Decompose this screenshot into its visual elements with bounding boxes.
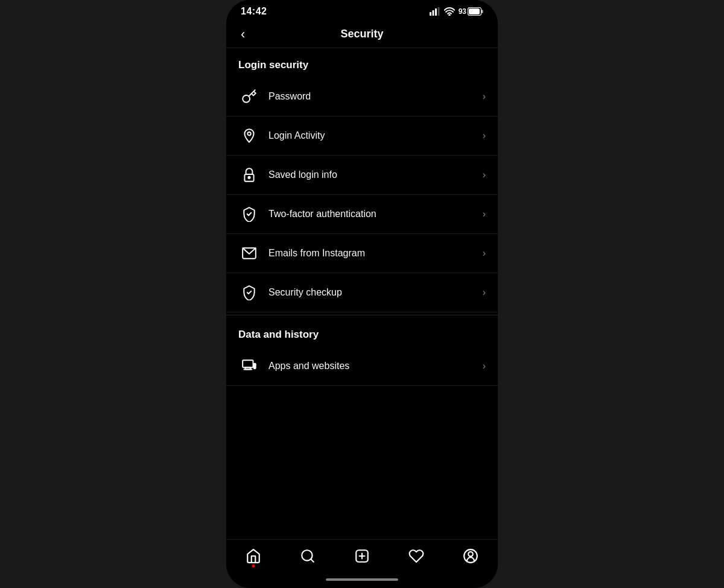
emails-chevron: ›: [483, 248, 486, 259]
section-divider: [226, 315, 498, 315]
shield-tick-icon: [238, 282, 260, 303]
nav-item-home[interactable]: [238, 546, 268, 566]
bottom-nav: [226, 539, 498, 571]
svg-rect-7: [481, 10, 483, 13]
menu-item-login-activity[interactable]: Login Activity ›: [226, 116, 498, 156]
svg-rect-12: [243, 360, 253, 367]
add-icon: [354, 548, 370, 564]
envelope-icon: [238, 242, 260, 264]
heart-icon: [408, 548, 424, 564]
location-icon: [238, 125, 260, 147]
menu-item-saved-login[interactable]: Saved login info ›: [226, 156, 498, 195]
nav-item-profile[interactable]: [456, 546, 486, 566]
section-header-data-history: Data and history: [226, 318, 498, 347]
svg-rect-0: [430, 12, 431, 16]
nav-item-search[interactable]: [293, 546, 323, 566]
svg-point-23: [468, 552, 473, 557]
two-factor-label: Two-factor authentication: [268, 209, 483, 220]
padlock-icon: [238, 164, 260, 186]
page-header: ‹ Security: [226, 21, 498, 48]
svg-rect-6: [469, 8, 480, 14]
svg-rect-2: [435, 8, 437, 16]
svg-line-18: [311, 559, 314, 562]
svg-rect-3: [437, 7, 439, 16]
menu-item-two-factor[interactable]: Two-factor authentication ›: [226, 195, 498, 234]
phone-frame: 14:42 93: [226, 0, 498, 588]
status-bar: 14:42 93: [226, 0, 498, 21]
monitor-icon: [238, 355, 260, 377]
apps-websites-chevron: ›: [483, 361, 486, 371]
key-icon: [238, 86, 260, 107]
two-factor-chevron: ›: [483, 209, 486, 220]
battery-icon: [468, 7, 483, 16]
menu-item-security-checkup[interactable]: Security checkup ›: [226, 273, 498, 312]
svg-point-10: [248, 177, 250, 179]
home-notification-dot: [252, 564, 255, 567]
menu-item-emails[interactable]: Emails from Instagram ›: [226, 234, 498, 273]
password-label: Password: [268, 91, 483, 102]
wifi-icon: [444, 7, 455, 16]
search-icon: [300, 548, 316, 564]
password-chevron: ›: [483, 91, 486, 102]
login-activity-label: Login Activity: [268, 130, 483, 141]
security-checkup-label: Security checkup: [268, 287, 483, 298]
home-indicator: [226, 571, 498, 588]
apps-websites-label: Apps and websites: [268, 361, 483, 371]
saved-login-label: Saved login info: [268, 169, 483, 180]
svg-rect-1: [432, 10, 434, 16]
menu-item-apps-websites[interactable]: Apps and websites ›: [226, 347, 498, 386]
login-activity-chevron: ›: [483, 130, 486, 141]
emails-label: Emails from Instagram: [268, 248, 483, 259]
svg-point-4: [449, 14, 450, 16]
back-button[interactable]: ‹: [236, 25, 250, 43]
section-header-login-security: Login security: [226, 48, 498, 77]
security-checkup-chevron: ›: [483, 287, 486, 298]
shield-check-icon: [238, 203, 260, 225]
svg-point-8: [247, 132, 250, 135]
saved-login-chevron: ›: [483, 169, 486, 180]
page-title: Security: [340, 28, 383, 40]
battery-level: 93: [459, 7, 466, 16]
home-bar: [326, 578, 398, 581]
signal-icon: [430, 7, 440, 16]
nav-item-heart[interactable]: [401, 546, 431, 566]
battery-indicator: 93: [459, 7, 483, 16]
status-icons: 93: [430, 7, 483, 16]
status-time: 14:42: [241, 6, 267, 17]
menu-item-password[interactable]: Password ›: [226, 77, 498, 116]
nav-item-add[interactable]: [347, 546, 377, 566]
profile-icon: [463, 548, 478, 564]
content-area: Login security Password › Login Activity…: [226, 48, 498, 539]
home-icon: [246, 548, 261, 564]
